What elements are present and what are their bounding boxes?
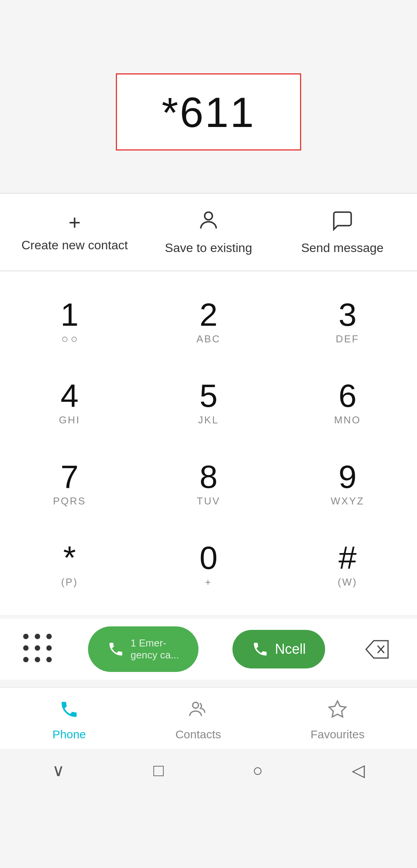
dial-key-7[interactable]: 7 PQRS [12,445,127,522]
dial-key-4[interactable]: 4 GHI [12,364,127,441]
bottom-controls: 1 Emer- gency ca... Ncell [0,619,417,680]
dialpad-toggle-button[interactable] [23,634,54,665]
svg-marker-6 [329,701,346,717]
favourites-nav-label: Favourites [310,728,364,741]
dial-key-8[interactable]: 8 TUV [151,445,266,522]
dial-letters-9: WXYZ [331,495,364,507]
action-row: + Create new contact Save to existing Se… [0,194,417,271]
dial-number-star: * [63,541,76,574]
dial-number-3: 3 [339,298,357,331]
contacts-nav-label: Contacts [175,728,221,741]
nav-down-button[interactable]: ∨ [52,760,64,780]
dial-number-8: 8 [200,460,218,493]
chat-icon [331,209,354,235]
svg-point-0 [205,212,212,220]
dial-letters-0: + [205,576,212,588]
dial-key-star[interactable]: * (P) [12,526,127,603]
sim1-label: 1 Emer- [131,637,179,649]
nav-back-button[interactable]: ◁ [352,760,365,780]
dial-letters-2: ABC [197,333,220,345]
call-emergency-button[interactable]: 1 Emer- gency ca... [88,626,198,672]
dial-letters-hash: (W) [338,576,358,588]
top-section: *611 [0,0,417,193]
dial-key-6[interactable]: 6 MNO [290,364,405,441]
create-contact-label: Create new contact [21,238,128,252]
dial-letters-star: (P) [61,576,78,588]
call-icon-emergency [107,641,124,658]
svg-point-2 [72,337,76,342]
nav-item-contacts[interactable]: Contacts [175,699,221,741]
phone-nav-label: Phone [53,728,86,741]
dial-number-5: 5 [200,379,218,412]
plus-icon: + [69,212,81,233]
send-message-button[interactable]: Send message [275,209,409,255]
dial-letters-7: PQRS [53,495,86,507]
backspace-icon [363,639,390,660]
create-new-contact-button[interactable]: + Create new contact [8,212,142,252]
nav-item-favourites[interactable]: Favourites [310,699,364,741]
dialed-number: *611 [162,88,255,137]
dial-number-4: 4 [61,379,79,412]
dial-number-0: 0 [200,541,218,574]
save-existing-label: Save to existing [165,241,252,255]
svg-point-5 [193,702,198,708]
dialpad-row-3: 7 PQRS 8 TUV 9 WXYZ [0,445,417,522]
bottom-nav: Phone Contacts Favourites [0,687,417,749]
favourites-nav-icon [327,699,348,724]
dial-number-6: 6 [339,379,357,412]
dial-letters-6: MNO [334,414,361,426]
dial-letters-8: TUV [197,495,220,507]
dial-key-3[interactable]: 3 DEF [290,283,405,360]
dialpad-row-2: 4 GHI 5 JKL 6 MNO [0,364,417,441]
dial-key-2[interactable]: 2 ABC [151,283,266,360]
dial-letters-5: JKL [198,414,219,426]
dialpad-row-4: * (P) 0 + # (W) [0,526,417,603]
contacts-nav-icon [188,699,208,724]
dial-number-9: 9 [339,460,357,493]
system-nav-bar: ∨ □ ○ ◁ [0,749,417,792]
dialpad-row-1: 1 2 ABC 3 DEF [0,283,417,360]
dial-key-0[interactable]: 0 + [151,526,266,603]
svg-point-1 [63,337,67,342]
send-message-label: Send message [301,241,383,255]
dial-key-5[interactable]: 5 JKL [151,364,266,441]
dial-key-9[interactable]: 9 WXYZ [290,445,405,522]
dial-number-hash: # [339,541,357,574]
call-ncell-button[interactable]: Ncell [232,630,325,668]
dial-key-hash[interactable]: # (W) [290,526,405,603]
dial-letters-4: GHI [59,414,80,426]
dial-number-2: 2 [200,298,218,331]
call-icon-ncell [252,641,269,658]
save-to-existing-button[interactable]: Save to existing [142,209,276,255]
dial-letters-1 [62,333,77,345]
dial-number-7: 7 [61,460,79,493]
dial-key-1[interactable]: 1 [12,283,127,360]
dialpad: 1 2 ABC 3 DEF 4 GHI 5 JKL 6 MN [0,271,417,615]
person-icon [197,209,220,235]
dial-number-1: 1 [61,298,79,331]
emergency-label: gency ca... [131,649,179,661]
number-display[interactable]: *611 [116,73,301,151]
phone-nav-icon [59,699,79,724]
dial-letters-3: DEF [336,333,359,345]
nav-item-phone[interactable]: Phone [53,699,86,741]
backspace-button[interactable] [359,636,394,663]
nav-recent-button[interactable]: □ [153,761,164,780]
ncell-label: Ncell [275,641,306,657]
nav-home-button[interactable]: ○ [253,761,263,780]
